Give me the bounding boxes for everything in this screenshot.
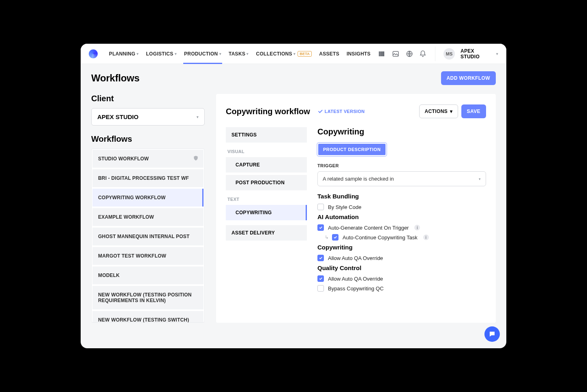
bypass-qc-checkbox[interactable] xyxy=(317,285,324,292)
help-fab[interactable] xyxy=(484,326,500,342)
workflow-label: STUDIO WORKFLOW xyxy=(98,156,149,162)
step-copywriting[interactable]: COPYWRITING xyxy=(226,205,307,220)
nav-collections[interactable]: COLLECTIONS▾BETA xyxy=(256,44,312,64)
nav-label: PRODUCTION xyxy=(184,51,218,57)
svg-rect-2 xyxy=(381,51,382,56)
check-icon xyxy=(317,109,323,114)
step-settings[interactable]: SETTINGS xyxy=(226,127,307,143)
nav-planning[interactable]: PLANNING▾ xyxy=(109,44,139,64)
add-workflow-button[interactable]: ADD WORKFLOW xyxy=(441,71,496,85)
step-post-production[interactable]: POST PRODUCTION xyxy=(226,175,307,190)
chevron-down-icon: ▾ xyxy=(197,115,199,119)
client-value: APEX STUDIO xyxy=(97,113,139,120)
svg-rect-3 xyxy=(382,51,383,56)
workflow-item[interactable]: MARGOT TEST WORKFLOW xyxy=(92,247,204,265)
client-heading: Client xyxy=(91,94,205,103)
workflow-item[interactable]: STUDIO WORKFLOW xyxy=(92,150,204,168)
step-capture[interactable]: CAPTURE xyxy=(226,157,307,173)
nav-items: PLANNING▾ LOGISTICS▾ PRODUCTION▾ TASKS▾ … xyxy=(109,44,371,64)
logo-icon[interactable] xyxy=(89,49,98,58)
qc-heading: Quality Control xyxy=(317,264,486,271)
divider xyxy=(435,47,435,61)
nav-label: ASSETS xyxy=(319,51,339,57)
org-name: APEX STUDIO xyxy=(461,48,495,60)
workflow-item[interactable]: NEW WORKFLOW (TESTING POSITION REQUIREME… xyxy=(92,286,204,309)
auto-continue-checkbox[interactable] xyxy=(332,234,338,241)
nav-production[interactable]: PRODUCTION▾ xyxy=(184,44,221,64)
sub-header: Workflows ADD WORKFLOW xyxy=(81,64,506,85)
nav-label: COLLECTIONS xyxy=(256,51,292,57)
chevron-down-icon: ▾ xyxy=(137,52,139,56)
trigger-value: A related sample is checked in xyxy=(323,176,394,182)
top-icons: MS APEX STUDIO▾ xyxy=(378,47,498,61)
panel-body: SETTINGS VISUAL CAPTURE POST PRODUCTION … xyxy=(226,127,486,295)
globe-icon[interactable] xyxy=(405,50,413,58)
workflow-label: MARGOT TEST WORKFLOW xyxy=(98,253,166,259)
panel-title: Copywriting workflow xyxy=(226,107,310,116)
trigger-select[interactable]: A related sample is checked in ▾ xyxy=(317,171,486,186)
save-button[interactable]: SAVE xyxy=(461,104,486,118)
chevron-down-icon: ▾ xyxy=(479,177,481,181)
workflow-item[interactable]: BRI - DIGITAL PROCESSING TEST WF xyxy=(92,169,204,187)
workflow-label: NEW WORKFLOW (TESTING POSITION REQUIREME… xyxy=(98,292,192,303)
top-nav: PLANNING▾ LOGISTICS▾ PRODUCTION▾ TASKS▾ … xyxy=(81,44,506,64)
auto-generate-label: Auto-Generate Content On Trigger xyxy=(328,225,409,231)
actions-dropdown[interactable]: ACTIONS▾ xyxy=(419,104,458,118)
trigger-label: TRIGGER xyxy=(317,163,486,168)
auto-continue-label: Auto-Continue Copywriting Task xyxy=(343,234,418,241)
workflow-item[interactable]: MODELK xyxy=(92,266,204,284)
chevron-down-icon: ▾ xyxy=(175,52,177,56)
allow-auto-qa-qc-label: Allow Auto QA Override xyxy=(328,276,383,282)
nav-label: PLANNING xyxy=(109,51,135,57)
workflow-item[interactable]: NEW WORKFLOW (TESTING SWITCH) xyxy=(92,311,204,323)
content: Client APEX STUDIO ▾ Workflows STUDIO WO… xyxy=(81,85,506,332)
info-icon[interactable]: i xyxy=(423,234,429,240)
check-icon xyxy=(319,277,323,281)
client-select[interactable]: APEX STUDIO ▾ xyxy=(91,108,205,126)
step-asset-delivery[interactable]: ASSET DELIVERY xyxy=(226,225,307,241)
workflow-label: EXAMPLE WORKFLOW xyxy=(98,214,154,220)
nav-insights[interactable]: INSIGHTS xyxy=(347,44,371,64)
check-icon xyxy=(319,226,323,230)
workflow-item-selected[interactable]: COPYWRITING WORKFLOW xyxy=(92,189,204,207)
workflow-label: BRI - DIGITAL PROCESSING TEST WF xyxy=(98,175,189,181)
allow-auto-qa-qc-checkbox[interactable] xyxy=(317,275,324,282)
workflow-label: GHOST MANNEQUIN INTERNAL POST xyxy=(98,234,190,239)
actions-label: ACTIONS xyxy=(424,109,448,114)
svg-rect-0 xyxy=(379,51,380,56)
workflow-label: COPYWRITING WORKFLOW xyxy=(98,195,166,200)
ai-automation-heading: AI Automation xyxy=(317,213,486,220)
workflow-item[interactable]: GHOST MANNEQUIN INTERNAL POST xyxy=(92,228,204,245)
chevron-down-icon: ▾ xyxy=(294,52,296,56)
workflow-item[interactable]: EXAMPLE WORKFLOW xyxy=(92,208,204,226)
bypass-qc-row: Bypass Copywriting QC xyxy=(317,285,486,292)
by-style-code-checkbox[interactable] xyxy=(317,204,324,210)
info-icon[interactable]: i xyxy=(414,225,420,230)
image-icon[interactable] xyxy=(392,50,400,58)
product-description-tab[interactable]: PRODUCT DESCRIPTION xyxy=(317,143,386,156)
bell-icon[interactable] xyxy=(419,50,427,58)
allow-auto-qa-checkbox[interactable] xyxy=(317,255,324,261)
nav-tasks[interactable]: TASKS▾ xyxy=(229,44,249,64)
allow-auto-qa-qc-row: Allow Auto QA Override xyxy=(317,275,486,282)
nav-logistics[interactable]: LOGISTICS▾ xyxy=(146,44,177,64)
svg-rect-4 xyxy=(383,51,384,56)
nav-label: INSIGHTS xyxy=(347,51,371,57)
left-column: Client APEX STUDIO ▾ Workflows STUDIO WO… xyxy=(91,94,205,323)
app-window: PLANNING▾ LOGISTICS▾ PRODUCTION▾ TASKS▾ … xyxy=(81,44,506,348)
auto-generate-checkbox[interactable] xyxy=(317,224,324,231)
workflow-list: STUDIO WORKFLOW BRI - DIGITAL PROCESSING… xyxy=(91,149,205,323)
workflow-label: MODELK xyxy=(98,273,120,278)
org-switcher[interactable]: APEX STUDIO▾ xyxy=(461,48,498,60)
allow-auto-qa-label: Allow Auto QA Override xyxy=(328,255,383,261)
avatar[interactable]: MS xyxy=(443,48,455,60)
check-icon xyxy=(319,256,323,260)
task-bundling-heading: Task Bundling xyxy=(317,193,486,200)
sub-arrow-icon: ↳ xyxy=(325,234,329,240)
barcode-icon[interactable] xyxy=(378,50,386,58)
chat-icon xyxy=(488,330,496,338)
form-heading: Copywriting xyxy=(317,127,486,136)
form: Copywriting PRODUCT DESCRIPTION TRIGGER … xyxy=(317,127,486,295)
workflows-heading: Workflows xyxy=(91,134,205,144)
nav-assets[interactable]: ASSETS xyxy=(319,44,339,64)
